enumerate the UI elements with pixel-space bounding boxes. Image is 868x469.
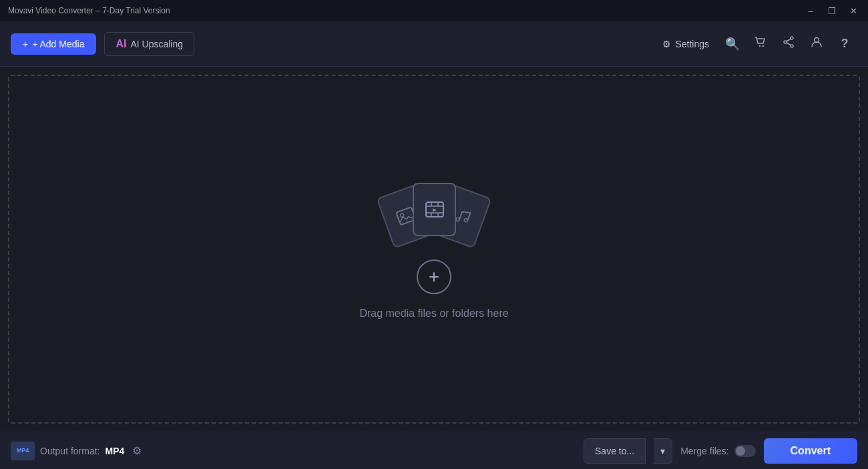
settings-label: Settings (675, 39, 709, 49)
settings-icon: ⚙ (662, 39, 671, 49)
svg-point-1 (763, 45, 764, 47)
format-badge-text: MP4 (17, 448, 29, 454)
toggle-knob (736, 446, 745, 456)
svg-point-9 (400, 213, 404, 217)
add-circle-plus-icon: + (429, 268, 439, 286)
ai-upscaling-label: AI Upscaling (130, 39, 183, 49)
convert-label: Convert (791, 445, 831, 456)
video-card-icon (413, 183, 456, 236)
output-format-value: MP4 (105, 446, 124, 456)
add-media-button[interactable]: + + Add Media (11, 33, 96, 55)
merge-files-toggle[interactable] (734, 445, 756, 457)
plus-icon: + (23, 39, 28, 49)
title-bar-text: Movavi Video Converter – 7-Day Trial Ver… (5, 6, 170, 15)
bottom-right: Save to... ▾ Merge files: Convert (584, 438, 857, 464)
title-bar-controls: – ❐ ✕ (801, 4, 863, 17)
svg-point-0 (759, 45, 761, 47)
title-bar: Movavi Video Converter – 7-Day Trial Ver… (0, 0, 868, 21)
media-icon-group (381, 179, 487, 246)
minimize-button[interactable]: – (801, 4, 820, 17)
format-settings-icon[interactable]: ⚙ (132, 444, 142, 457)
svg-point-4 (791, 45, 793, 47)
merge-files-section: Merge files: (680, 445, 755, 457)
toolbar-right: ⚙ Settings 🔍 (654, 31, 857, 57)
save-to-dropdown-button[interactable]: ▾ (654, 438, 672, 464)
account-icon (810, 35, 823, 52)
search-icon: 🔍 (725, 37, 740, 51)
add-files-circle-button[interactable]: + (417, 260, 451, 294)
settings-button[interactable]: ⚙ Settings (654, 31, 717, 57)
svg-marker-17 (433, 208, 437, 211)
cart-icon (754, 35, 767, 52)
drag-drop-text: Drag media files or folders here (359, 308, 508, 320)
svg-line-6 (787, 43, 791, 45)
ai-icon: AI (116, 38, 126, 50)
merge-files-label: Merge files: (680, 446, 728, 456)
close-button[interactable]: ✕ (844, 4, 863, 17)
ai-upscaling-button[interactable]: AI AI Upscaling (104, 32, 194, 56)
convert-button[interactable]: Convert (764, 438, 857, 464)
format-badge: MP4 (11, 442, 35, 460)
svg-point-19 (463, 217, 467, 221)
main-content: + Drag media files or folders here (0, 67, 868, 432)
help-icon: ? (841, 37, 849, 51)
bottom-bar: MP4 Output format: MP4 ⚙ Save to... ▾ Me… (0, 432, 868, 469)
drop-zone[interactable]: + Drag media files or folders here (8, 75, 860, 424)
svg-point-2 (791, 37, 793, 39)
output-format-label: Output format: (40, 446, 99, 456)
scrollbar[interactable] (863, 67, 868, 432)
output-format-section: MP4 Output format: MP4 ⚙ (11, 442, 142, 460)
toolbar-left: + + Add Media AI AI Upscaling (11, 32, 194, 56)
help-button[interactable]: ? (832, 31, 857, 57)
save-to-label: Save to... (595, 446, 634, 456)
save-to-button[interactable]: Save to... (584, 438, 646, 464)
chevron-down-icon: ▾ (660, 446, 665, 456)
search-button[interactable]: 🔍 (720, 31, 745, 57)
svg-line-5 (787, 39, 791, 42)
share-button[interactable] (776, 31, 801, 57)
add-media-label: + Add Media (32, 39, 84, 49)
maximize-button[interactable]: ❐ (823, 4, 841, 17)
svg-point-3 (784, 41, 787, 43)
toolbar: + + Add Media AI AI Upscaling ⚙ Settings… (0, 21, 868, 67)
share-icon (782, 35, 795, 52)
account-button[interactable] (804, 31, 829, 57)
cart-button[interactable] (748, 31, 773, 57)
